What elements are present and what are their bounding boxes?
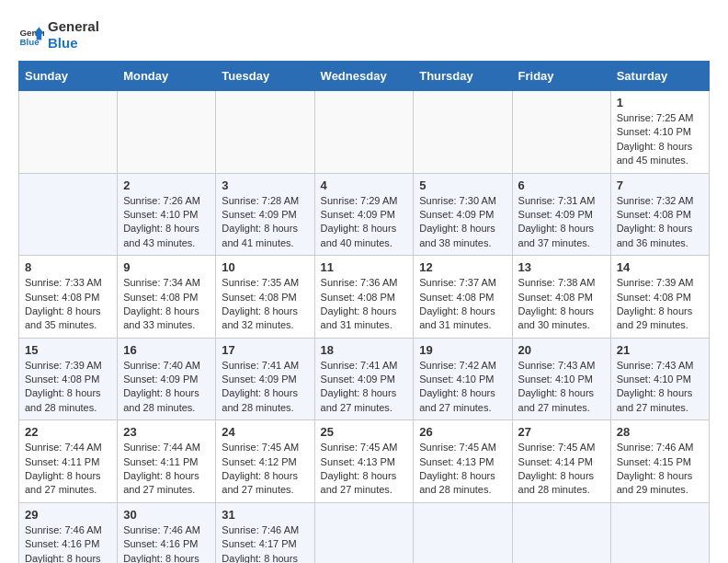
calendar-cell — [512, 91, 610, 174]
daylight-text: Daylight: 8 hours and 38 minutes. — [419, 222, 506, 250]
daylight-text: Daylight: 8 hours and 27 minutes. — [123, 469, 210, 498]
calendar-week-4: 15Sunrise: 7:39 AMSunset: 4:08 PMDayligh… — [19, 338, 710, 420]
sunrise-text: Sunrise: 7:31 AM — [518, 194, 605, 208]
sunset-text: Sunset: 4:08 PM — [518, 291, 605, 304]
sunset-text: Sunset: 4:08 PM — [617, 291, 703, 304]
sunrise-text: Sunrise: 7:43 AM — [518, 359, 605, 373]
sunrise-text: Sunrise: 7:45 AM — [419, 441, 506, 454]
calendar-cell: 4Sunrise: 7:29 AMSunset: 4:09 PMDaylight… — [314, 173, 414, 256]
calendar-week-6: 29Sunrise: 7:46 AMSunset: 4:16 PMDayligh… — [19, 502, 710, 563]
calendar-cell: 30Sunrise: 7:46 AMSunset: 4:16 PMDayligh… — [118, 502, 216, 563]
calendar-cell — [414, 502, 512, 563]
sunrise-text: Sunrise: 7:33 AM — [25, 276, 111, 290]
calendar-cell: 28Sunrise: 7:46 AMSunset: 4:15 PMDayligh… — [610, 420, 709, 503]
sunset-text: Sunset: 4:10 PM — [617, 373, 703, 386]
sunrise-text: Sunrise: 7:46 AM — [222, 523, 308, 537]
calendar-cell — [19, 173, 118, 256]
day-number: 27 — [518, 425, 605, 439]
calendar-cell — [118, 91, 216, 174]
sunset-text: Sunset: 4:10 PM — [419, 373, 506, 386]
sunrise-text: Sunrise: 7:37 AM — [419, 276, 506, 290]
daylight-text: Daylight: 8 hours and 27 minutes. — [222, 469, 308, 498]
calendar-cell: 27Sunrise: 7:45 AMSunset: 4:14 PMDayligh… — [512, 420, 610, 503]
daylight-text: Daylight: 8 hours and 45 minutes. — [617, 140, 703, 168]
day-number: 15 — [25, 343, 111, 357]
calendar-cell: 1Sunrise: 7:25 AMSunset: 4:10 PMDaylight… — [610, 91, 709, 174]
day-number: 3 — [222, 178, 308, 192]
daylight-text: Daylight: 8 hours and 27 minutes. — [321, 386, 408, 415]
sunset-text: Sunset: 4:15 PM — [617, 455, 703, 469]
sunrise-text: Sunrise: 7:40 AM — [123, 359, 210, 373]
sunrise-text: Sunrise: 7:43 AM — [617, 359, 703, 373]
daylight-text: Daylight: 8 hours and 30 minutes. — [123, 552, 210, 563]
calendar-week-5: 22Sunrise: 7:44 AMSunset: 4:11 PMDayligh… — [19, 420, 710, 503]
day-number: 10 — [222, 260, 308, 274]
day-number: 16 — [123, 343, 210, 357]
calendar-cell: 2Sunrise: 7:26 AMSunset: 4:10 PMDaylight… — [118, 173, 216, 256]
sunrise-text: Sunrise: 7:46 AM — [123, 523, 210, 537]
sunset-text: Sunset: 4:09 PM — [123, 373, 210, 386]
day-number: 25 — [321, 425, 408, 439]
calendar-cell: 23Sunrise: 7:44 AMSunset: 4:11 PMDayligh… — [118, 420, 216, 503]
day-number: 1 — [617, 96, 703, 109]
sunset-text: Sunset: 4:10 PM — [617, 125, 703, 139]
sunset-text: Sunset: 4:16 PM — [123, 537, 210, 551]
daylight-text: Daylight: 8 hours and 37 minutes. — [518, 222, 605, 250]
daylight-text: Daylight: 8 hours and 33 minutes. — [123, 304, 210, 333]
daylight-text: Daylight: 8 hours and 29 minutes. — [617, 304, 703, 333]
calendar-cell: 9Sunrise: 7:34 AMSunset: 4:08 PMDaylight… — [118, 256, 216, 339]
sunset-text: Sunset: 4:11 PM — [123, 455, 210, 469]
sunset-text: Sunset: 4:10 PM — [123, 208, 210, 222]
sunrise-text: Sunrise: 7:44 AM — [25, 441, 111, 454]
sunrise-text: Sunrise: 7:45 AM — [321, 441, 408, 454]
daylight-text: Daylight: 8 hours and 28 minutes. — [518, 469, 605, 498]
day-number: 26 — [419, 425, 506, 439]
calendar-week-3: 8Sunrise: 7:33 AMSunset: 4:08 PMDaylight… — [19, 256, 710, 339]
day-header-tuesday: Tuesday — [216, 62, 314, 91]
day-number: 5 — [419, 178, 506, 192]
daylight-text: Daylight: 8 hours and 31 minutes. — [321, 304, 408, 333]
calendar-cell: 12Sunrise: 7:37 AMSunset: 4:08 PMDayligh… — [414, 256, 512, 339]
day-number: 6 — [518, 178, 605, 192]
sunrise-text: Sunrise: 7:45 AM — [222, 441, 308, 454]
sunset-text: Sunset: 4:10 PM — [518, 373, 605, 386]
day-number: 28 — [617, 425, 703, 439]
sunset-text: Sunset: 4:13 PM — [321, 455, 408, 469]
day-header-friday: Friday — [512, 62, 610, 91]
daylight-text: Daylight: 8 hours and 27 minutes. — [321, 469, 408, 498]
calendar-cell — [314, 502, 414, 563]
calendar-cell: 7Sunrise: 7:32 AMSunset: 4:08 PMDaylight… — [610, 173, 709, 256]
calendar-cell: 31Sunrise: 7:46 AMSunset: 4:17 PMDayligh… — [216, 502, 314, 563]
day-number: 31 — [222, 508, 308, 522]
sunrise-text: Sunrise: 7:41 AM — [222, 359, 308, 373]
sunset-text: Sunset: 4:09 PM — [518, 208, 605, 222]
sunset-text: Sunset: 4:08 PM — [321, 291, 408, 304]
calendar-cell: 29Sunrise: 7:46 AMSunset: 4:16 PMDayligh… — [19, 502, 118, 563]
sunset-text: Sunset: 4:12 PM — [222, 455, 308, 469]
daylight-text: Daylight: 8 hours and 29 minutes. — [25, 552, 111, 563]
daylight-text: Daylight: 8 hours and 28 minutes. — [419, 469, 506, 498]
sunset-text: Sunset: 4:14 PM — [518, 455, 605, 469]
day-header-sunday: Sunday — [19, 62, 118, 91]
sunset-text: Sunset: 4:09 PM — [222, 208, 308, 222]
daylight-text: Daylight: 8 hours and 27 minutes. — [518, 386, 605, 415]
sunrise-text: Sunrise: 7:34 AM — [123, 276, 210, 290]
day-number: 23 — [123, 425, 210, 439]
calendar-cell: 6Sunrise: 7:31 AMSunset: 4:09 PMDaylight… — [512, 173, 610, 256]
day-number: 12 — [419, 260, 506, 274]
day-number: 8 — [25, 260, 111, 274]
calendar-cell: 16Sunrise: 7:40 AMSunset: 4:09 PMDayligh… — [118, 338, 216, 420]
sunset-text: Sunset: 4:08 PM — [419, 291, 506, 304]
calendar-cell — [314, 91, 414, 174]
sunset-text: Sunset: 4:08 PM — [25, 291, 111, 304]
calendar-cell: 17Sunrise: 7:41 AMSunset: 4:09 PMDayligh… — [216, 338, 314, 420]
logo: General Blue General Blue — [18, 18, 99, 52]
daylight-text: Daylight: 8 hours and 40 minutes. — [321, 222, 408, 250]
calendar-cell: 5Sunrise: 7:30 AMSunset: 4:09 PMDaylight… — [414, 173, 512, 256]
day-header-thursday: Thursday — [414, 62, 512, 91]
sunrise-text: Sunrise: 7:41 AM — [321, 359, 408, 373]
daylight-text: Daylight: 8 hours and 29 minutes. — [617, 469, 703, 498]
logo-icon: General Blue — [18, 22, 44, 48]
calendar-cell: 3Sunrise: 7:28 AMSunset: 4:09 PMDaylight… — [216, 173, 314, 256]
daylight-text: Daylight: 8 hours and 28 minutes. — [123, 386, 210, 415]
